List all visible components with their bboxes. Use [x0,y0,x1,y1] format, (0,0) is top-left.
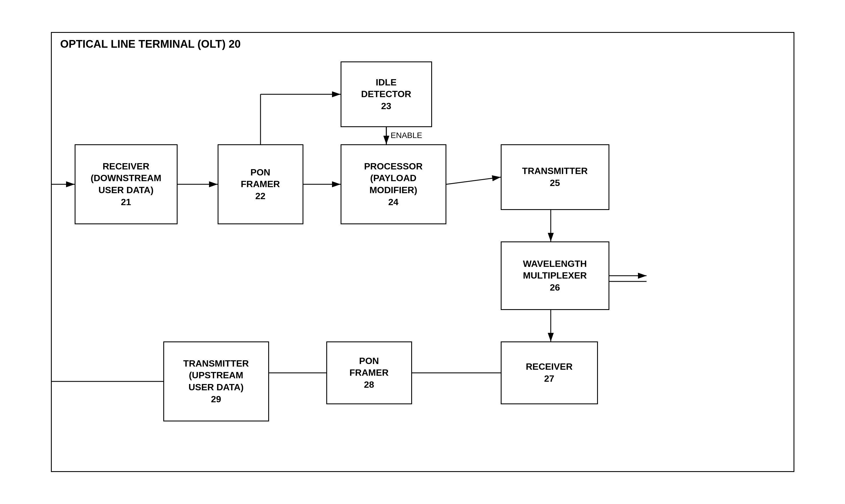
receiver-27-label: RECEIVER27 [526,361,573,384]
diagram-wrapper: OPTICAL LINE TERMINAL (OLT) 20 [22,16,823,488]
pon-framer-22-block: PONFRAMER22 [218,144,304,224]
receiver-27-block: RECEIVER27 [501,341,598,404]
svg-text:ENABLE: ENABLE [391,131,422,140]
idle-detector-23-label: IDLEDETECTOR23 [361,76,411,112]
olt-container: OPTICAL LINE TERMINAL (OLT) 20 [51,32,794,472]
olt-title: OPTICAL LINE TERMINAL (OLT) 20 [61,38,241,50]
transmitter-29-block: TRANSMITTER(UPSTREAMUSER DATA)29 [163,341,269,421]
idle-detector-23-block: IDLEDETECTOR23 [341,61,432,127]
transmitter-25-label: TRANSMITTER25 [522,165,588,189]
wavelength-multiplexer-26-block: WAVELENGTHMULTIPLEXER26 [501,241,609,310]
pon-framer-28-block: PONFRAMER28 [326,341,412,404]
pon-framer-28-label: PONFRAMER28 [349,355,389,391]
receiver-21-block: RECEIVER(DOWNSTREAMUSER DATA)21 [75,144,177,224]
transmitter-29-label: TRANSMITTER(UPSTREAMUSER DATA)29 [183,358,249,405]
svg-line-6 [446,177,501,184]
processor-24-block: PROCESSOR(PAYLOADMODIFIER)24 [341,144,446,224]
processor-24-label: PROCESSOR(PAYLOADMODIFIER)24 [364,161,422,208]
wavelength-multiplexer-26-label: WAVELENGTHMULTIPLEXER26 [523,258,587,294]
transmitter-25-block: TRANSMITTER25 [501,144,609,210]
pon-framer-22-label: PONFRAMER22 [241,166,280,202]
receiver-21-label: RECEIVER(DOWNSTREAMUSER DATA)21 [91,161,161,208]
